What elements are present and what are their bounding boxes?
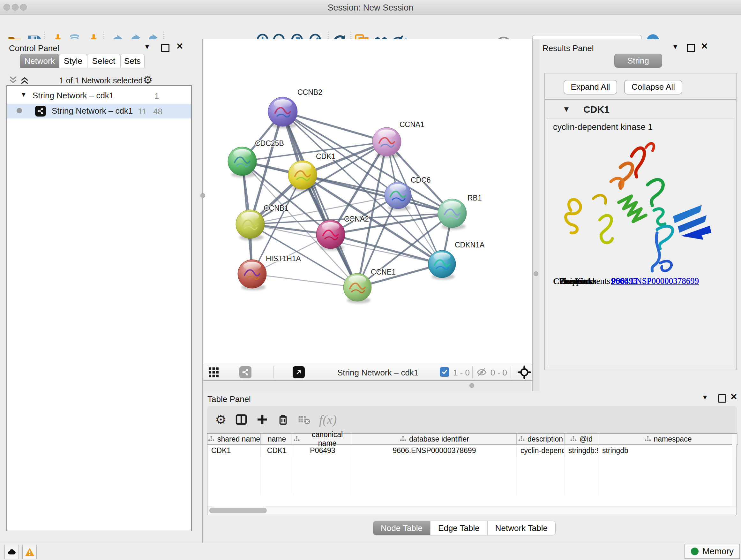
table-cell[interactable]: P06493 bbox=[293, 445, 352, 457]
table-vertical-scrollbar[interactable] bbox=[732, 434, 737, 506]
table-horizontal-scrollbar[interactable] bbox=[207, 506, 736, 515]
close-panel-button[interactable]: ✕ bbox=[730, 393, 738, 400]
network-canvas[interactable]: CCNB2CCNA1CDC25BCDK1CDC6RB1CCNB1CCNA2CDK… bbox=[203, 39, 532, 364]
table-cell[interactable]: CDK1 bbox=[207, 445, 261, 457]
network-collection-row[interactable]: ▼ String Network – cdk1 1 bbox=[7, 88, 191, 103]
table-toolbar: ⚙ f(x) bbox=[207, 406, 737, 433]
column-network-icon bbox=[518, 435, 525, 442]
table-cell[interactable]: cyclin-dependent ... bbox=[517, 445, 564, 457]
column-network-icon bbox=[400, 435, 407, 442]
network-selection-status: 1 of 1 Network selected bbox=[0, 76, 202, 85]
column-header-label: shared name bbox=[217, 435, 260, 443]
cloud-status-button[interactable] bbox=[4, 545, 19, 559]
show-columns-icon[interactable] bbox=[235, 413, 248, 426]
table-cell[interactable]: stringdb bbox=[598, 445, 738, 457]
network-node-RB1[interactable]: RB1 bbox=[438, 194, 482, 230]
network-node-CCNA1[interactable]: CCNA1 bbox=[373, 120, 424, 158]
network-row-selected[interactable]: String Network – cdk1 11 48 bbox=[7, 104, 191, 118]
network-list-header: 1 of 1 Network selected ⚙ bbox=[0, 73, 202, 87]
column-header[interactable]: description bbox=[517, 434, 564, 445]
create-column-icon[interactable] bbox=[256, 413, 269, 426]
current-network-bullet-icon bbox=[17, 108, 22, 113]
network-node-HIST1H1A[interactable]: HIST1H1A bbox=[238, 254, 301, 290]
birdseye-crosshair-icon[interactable] bbox=[518, 366, 531, 379]
horizontal-splitter-handle[interactable] bbox=[469, 383, 474, 388]
network-edge[interactable] bbox=[357, 142, 387, 287]
column-header[interactable]: namespace bbox=[598, 434, 738, 445]
left-splitter-handle[interactable] bbox=[200, 193, 205, 198]
network-options-gear-icon[interactable]: ⚙ bbox=[143, 73, 152, 86]
expand-all-button[interactable]: Expand All bbox=[563, 80, 617, 95]
network-node-CCNB2[interactable]: CCNB2 bbox=[268, 88, 322, 128]
selected-checkbox-icon[interactable] bbox=[440, 367, 449, 377]
protein-structure-image bbox=[552, 136, 729, 273]
table-tab[interactable]: Network Table bbox=[488, 521, 556, 535]
control-panel-tab[interactable]: Style bbox=[59, 54, 87, 68]
float-panel-button[interactable] bbox=[687, 44, 695, 52]
collapse-panel-button[interactable]: ▾ bbox=[145, 43, 149, 50]
network-edge[interactable] bbox=[252, 274, 357, 287]
table-tab[interactable]: Node Table bbox=[373, 521, 430, 535]
collapse-panel-button[interactable]: ▾ bbox=[673, 43, 677, 50]
delete-table-icon[interactable] bbox=[297, 413, 311, 426]
column-network-icon bbox=[208, 435, 215, 442]
float-panel-button[interactable] bbox=[161, 44, 170, 52]
delete-column-trash-icon[interactable] bbox=[277, 414, 289, 426]
float-panel-button[interactable] bbox=[718, 394, 726, 402]
control-panel-tab[interactable]: Network bbox=[20, 54, 59, 68]
memory-button[interactable]: Memory bbox=[684, 544, 740, 559]
crosslink-row: Pharos: P06493 bbox=[559, 276, 732, 291]
table-cell[interactable]: stringdb:9... bbox=[564, 445, 598, 457]
node-label-CDKN1A: CDKN1A bbox=[455, 241, 485, 249]
column-header[interactable]: name bbox=[261, 434, 293, 445]
table-tab[interactable]: Edge Table bbox=[430, 521, 488, 535]
crosslink-link[interactable]: P06493 bbox=[611, 276, 637, 286]
table-header-row: shared name name canonical name databa bbox=[207, 434, 737, 445]
protein-description: cyclin-dependent kinase 1 bbox=[553, 122, 653, 132]
close-panel-button[interactable]: ✕ bbox=[176, 43, 184, 50]
column-header[interactable]: @id bbox=[564, 434, 598, 445]
expander-triangle-icon[interactable]: ▼ bbox=[20, 91, 27, 98]
table-filler-cell bbox=[598, 457, 738, 495]
hidden-eye-icon[interactable] bbox=[476, 368, 488, 377]
collapse-all-button[interactable]: Collapse All bbox=[624, 80, 682, 95]
open-in-new-window-icon[interactable] bbox=[293, 366, 305, 378]
string-network-graph[interactable]: CCNB2CCNA1CDC25BCDK1CDC6RB1CCNB1CCNA2CDK… bbox=[203, 39, 532, 364]
control-panel-tab[interactable]: Select bbox=[87, 54, 120, 68]
table-row[interactable]: CDK1CDK1P064939606.ENSP00000378699cyclin… bbox=[207, 445, 737, 457]
warnings-button[interactable] bbox=[22, 545, 37, 559]
collection-count: 1 bbox=[154, 91, 159, 101]
table-cell[interactable]: 9606.ENSP00000378699 bbox=[352, 445, 517, 457]
function-builder-icon[interactable]: f(x) bbox=[319, 412, 337, 427]
control-panel: Control Panel ▾ ✕ Network Style Select S… bbox=[0, 39, 203, 543]
protein-details: cyclin-dependent kinase 1 bbox=[547, 118, 734, 367]
tab-string[interactable]: String bbox=[614, 54, 662, 68]
node-label-CCNB1: CCNB1 bbox=[264, 204, 288, 212]
column-network-icon bbox=[644, 435, 651, 442]
column-header-label: database identifier bbox=[409, 435, 469, 443]
control-panel-tab[interactable]: Sets bbox=[120, 54, 145, 68]
collapse-panel-button[interactable]: ▾ bbox=[703, 394, 707, 401]
network-node-CDKN1A[interactable]: CDKN1A bbox=[428, 241, 485, 280]
column-header[interactable]: database identifier bbox=[352, 434, 517, 445]
table-cell[interactable]: CDK1 bbox=[261, 445, 293, 457]
collapse-protein-icon[interactable]: ▼ bbox=[562, 105, 570, 114]
table-filler-row bbox=[207, 457, 737, 495]
network-node-CDK1[interactable]: CDK1 bbox=[288, 152, 335, 191]
grid-view-icon[interactable] bbox=[208, 367, 220, 378]
vertical-splitter[interactable] bbox=[532, 39, 540, 391]
protein-name: CDK1 bbox=[583, 104, 610, 115]
column-header[interactable]: shared name bbox=[207, 434, 261, 445]
table-settings-gear-icon[interactable]: ⚙ bbox=[215, 412, 226, 427]
table-filler-cell bbox=[564, 457, 598, 495]
node-label-CCNE1: CCNE1 bbox=[371, 268, 396, 276]
right-splitter-handle[interactable] bbox=[534, 271, 538, 276]
close-panel-button[interactable]: ✕ bbox=[701, 43, 708, 50]
scrollbar-thumb[interactable] bbox=[209, 508, 267, 513]
column-network-icon bbox=[293, 435, 300, 442]
protein-card: ▼ CDK1 cyclin-dependent kinase 1 bbox=[544, 100, 737, 370]
column-header-label: @id bbox=[580, 435, 593, 443]
column-header[interactable]: canonical name bbox=[293, 434, 352, 445]
network-share-icon[interactable] bbox=[239, 366, 252, 378]
table-tab-label: Network Table bbox=[495, 523, 548, 533]
